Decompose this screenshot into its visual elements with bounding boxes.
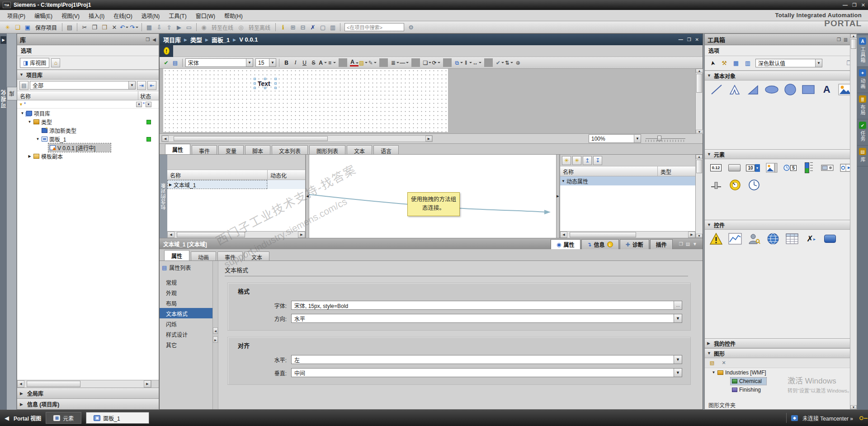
undo-icon[interactable]: ↶ (120, 23, 129, 32)
chevron-down-icon[interactable]: ▼ (674, 355, 682, 364)
panel-layout-icon[interactable]: ▥ (844, 37, 848, 42)
editor-tab[interactable]: 脚本 (245, 145, 270, 154)
scroll-left-icon[interactable]: ◀ (560, 232, 567, 238)
move-down-icon[interactable]: ↧ (593, 156, 602, 165)
user-view-tool[interactable] (746, 232, 762, 246)
breadcrumb-item[interactable]: 面板_1 (212, 35, 230, 44)
right-edge-tab[interactable]: ✔ 任务 (857, 119, 868, 146)
editor-tab[interactable]: 变量 (218, 145, 244, 154)
right-edge-tab[interactable]: ✦ 动画 (857, 67, 868, 93)
zoom-selection-icon[interactable]: ⊕ (514, 58, 522, 67)
table-row[interactable]: ▼ 动态属性 (560, 176, 695, 185)
scroll-up-icon[interactable]: ▲ (696, 69, 703, 73)
trend-view-tool[interactable] (727, 232, 743, 246)
download-to-device-icon[interactable]: ⇩ (155, 23, 164, 32)
alarm-view-tool[interactable] (708, 232, 724, 246)
menu-item[interactable]: 视图(V) (57, 10, 84, 21)
property-nav-item[interactable]: 外观 (160, 287, 212, 298)
inspector-tab-diagnostics[interactable]: ✚ 诊断 (620, 239, 649, 249)
editor-tab[interactable]: 事件 (192, 145, 217, 154)
library-tree-item[interactable]: ▼ 项目库 (17, 109, 159, 118)
delete-icon[interactable]: ✕ (110, 23, 119, 32)
arrange-icon[interactable]: ❏ (423, 58, 431, 67)
window-icon[interactable]: ▢ (318, 23, 327, 32)
name-column-header[interactable]: 名称 (560, 166, 657, 176)
tree-expander-icon[interactable]: ▶ (27, 154, 32, 158)
chevron-down-icon[interactable]: ▼ (19, 72, 24, 77)
name-column-header[interactable]: 名称 (17, 91, 138, 100)
menu-item[interactable]: 项目(P) (3, 10, 30, 21)
chevron-right-icon[interactable]: ▶ (707, 341, 712, 346)
contained-objects-side-tab[interactable]: 包含的对象 (160, 155, 167, 238)
circle-tool[interactable] (783, 82, 797, 97)
library-tree-item[interactable]: 添加新类型 (17, 126, 159, 135)
table-horizontal-scrollbar[interactable]: ◀ ▶ (167, 231, 305, 238)
float-panel-icon[interactable]: ❐ (146, 37, 150, 42)
italic-icon[interactable]: I (291, 58, 300, 67)
distribute-icon[interactable]: ↔ (472, 58, 481, 67)
close-editor-icon[interactable]: ✕ (695, 37, 699, 42)
type-column-header[interactable]: 类型 (657, 166, 695, 176)
io-field-tool[interactable]: 0.12 (708, 161, 723, 175)
canvas-horizontal-scrollbar[interactable]: ◀ ▶ (161, 135, 433, 142)
style-select[interactable]: 深色默认值 ▼ (755, 59, 822, 67)
zoom-slider-handle[interactable] (657, 136, 661, 141)
scroll-up-icon[interactable]: ▲ (696, 155, 703, 159)
status-column-header[interactable]: 状态 (138, 91, 159, 100)
go-online-icon[interactable]: ◉ (199, 23, 208, 32)
minimize-window-icon[interactable]: — (843, 2, 848, 8)
copy-icon[interactable]: ❐ (90, 23, 99, 32)
properties-tab[interactable]: 属性 (164, 250, 189, 260)
polyline-tool[interactable] (746, 82, 760, 97)
nav-splitter[interactable]: ◀ ▶ (213, 261, 218, 409)
splitter-handle[interactable]: ◀ (306, 155, 309, 238)
chevron-down-icon[interactable]: ▼ (707, 152, 712, 156)
status-force-view-tool[interactable] (784, 232, 800, 246)
search-settings-icon[interactable]: ⚙ (406, 23, 415, 32)
ellipsis-button[interactable]: … (674, 301, 682, 309)
editor-tab[interactable]: 语言 (373, 145, 399, 154)
close-window-icon[interactable]: ✕ (861, 2, 865, 8)
graphics-tree-item[interactable]: Chemical (705, 377, 857, 385)
collapse-panel-icon[interactable]: ▼ (693, 241, 697, 246)
cut-icon[interactable]: ✂ (80, 23, 89, 32)
status-filter-icon[interactable]: ▼ (136, 102, 142, 107)
scroll-right-icon[interactable]: ▶ (213, 336, 218, 343)
project-search-input[interactable]: <在项目中搜索> (344, 23, 404, 31)
forward-icon[interactable]: ⇥ (137, 81, 146, 90)
tree-expander-icon[interactable]: ▼ (560, 179, 566, 183)
diagnostics-icon[interactable]: ℹ (278, 23, 288, 32)
html-browser-tool[interactable] (765, 232, 781, 246)
split-vertical-icon[interactable]: ⊟ (298, 23, 307, 32)
chevron-down-icon[interactable]: ▼ (674, 369, 682, 377)
library-horizontal-scrollbar[interactable]: ◀ ▶ (17, 380, 159, 388)
bar-tool[interactable] (801, 161, 816, 175)
media-player-tool[interactable] (822, 232, 838, 246)
graphics-view-mode-icon[interactable]: ▧ (708, 359, 717, 368)
filter-funnel-icon[interactable]: ▼ (19, 102, 23, 107)
property-nav-item[interactable]: 样式设计 (160, 329, 212, 339)
switch-tool[interactable] (820, 161, 835, 175)
right-edge-tab[interactable]: ▤ 库 (857, 146, 868, 166)
open-project-icon[interactable]: ❏ (13, 23, 22, 32)
float-panel-icon[interactable]: ❐ (679, 241, 683, 246)
scroll-down-icon[interactable]: ▼ (696, 234, 703, 238)
slider-tool[interactable] (708, 178, 724, 192)
go-offline-label[interactable]: 转至离线 (246, 23, 273, 32)
library-tree-item[interactable]: ▼ 类型 (17, 118, 159, 126)
chevron-down-icon[interactable]: ▼ (707, 73, 712, 78)
line-tool[interactable] (709, 82, 724, 97)
go-offline-icon[interactable]: ◎ (236, 23, 245, 32)
chevron-down-icon[interactable]: ▼ (707, 222, 712, 227)
open-global-library-icon[interactable]: ⌂ (51, 58, 60, 67)
table-horizontal-scrollbar[interactable]: ◀ ▶ (560, 231, 695, 238)
menu-item[interactable]: 在线(O) (109, 10, 137, 21)
scroll-left-icon[interactable]: ◀ (213, 327, 218, 334)
back-icon[interactable]: ⇤ (147, 81, 156, 90)
canvas-vertical-scrollbar[interactable]: ▲ ▼ (695, 69, 703, 134)
breadcrumb-item[interactable]: V 0.0.1 (239, 36, 258, 43)
scroll-right-icon[interactable]: ▶ (298, 232, 305, 238)
faceplate-canvas[interactable]: Text (163, 69, 448, 132)
font-field[interactable]: 宋体, 15px, style=Bold … (291, 301, 682, 310)
section-vertical-scrollbar[interactable]: ▲ ▼ (695, 155, 703, 238)
